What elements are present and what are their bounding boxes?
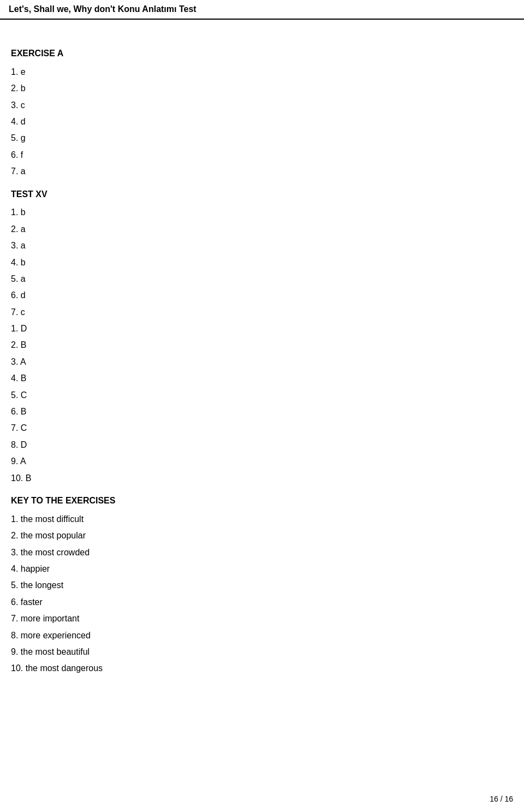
list-item: 7. a [11,163,513,180]
list-item: 10. the most dangerous [11,660,513,677]
page-header: Let's, Shall we, Why don't Konu Anlatımı… [0,0,524,20]
list-item: 1. the most difficult [11,511,513,527]
list-item: 6. f [11,147,513,163]
key-list: 1. the most difficult2. the most popular… [11,511,513,677]
list-item: 9. the most beautiful [11,644,513,660]
list-item: 3. A [11,354,513,370]
list-item: 6. faster [11,594,513,611]
list-item: 6. d [11,287,513,304]
list-item: 1. b [11,204,513,221]
list-item: 5. a [11,271,513,287]
list-item: 2. b [11,80,513,97]
test-xv-list: 1. b2. a3. a4. b5. a6. d7. c [11,204,513,321]
list-item: 7. more important [11,611,513,627]
page-number: 16 / 16 [490,795,513,803]
list-item: 8. D [11,437,513,453]
list-item: 5. g [11,130,513,146]
exercise-a-title: EXERCISE A [11,46,513,62]
page-footer: 16 / 16 [490,795,513,803]
key-title: KEY TO THE EXERCISES [11,493,513,509]
list-item: 10. B [11,470,513,487]
list-item: 1. D [11,321,513,337]
list-item: 2. a [11,221,513,238]
list-item: 7. c [11,304,513,321]
main-content: EXERCISE A 1. e2. b3. c4. d5. g6. f7. a … [0,20,524,721]
header-title: Let's, Shall we, Why don't Konu Anlatımı… [9,4,196,14]
list-item: 4. happier [11,561,513,577]
list-item: 6. B [11,404,513,420]
list-item: 7. C [11,420,513,436]
list-item: 3. a [11,238,513,254]
list-item: 2. the most popular [11,527,513,544]
list-item: 2. B [11,337,513,353]
list-item: 4. d [11,114,513,130]
list-item: 1. e [11,64,513,80]
list-item: 5. the longest [11,577,513,594]
list-item: 5. C [11,387,513,404]
list-item: 3. c [11,97,513,114]
exercise-a-list: 1. e2. b3. c4. d5. g6. f7. a [11,64,513,180]
d-section-list: 1. D2. B3. A4. B5. C6. B7. C8. D9. A10. … [11,321,513,487]
list-item: 3. the most crowded [11,544,513,561]
list-item: 4. b [11,254,513,271]
list-item: 9. A [11,453,513,470]
list-item: 8. more experienced [11,627,513,644]
list-item: 4. B [11,370,513,387]
test-xv-title: TEST XV [11,187,513,203]
